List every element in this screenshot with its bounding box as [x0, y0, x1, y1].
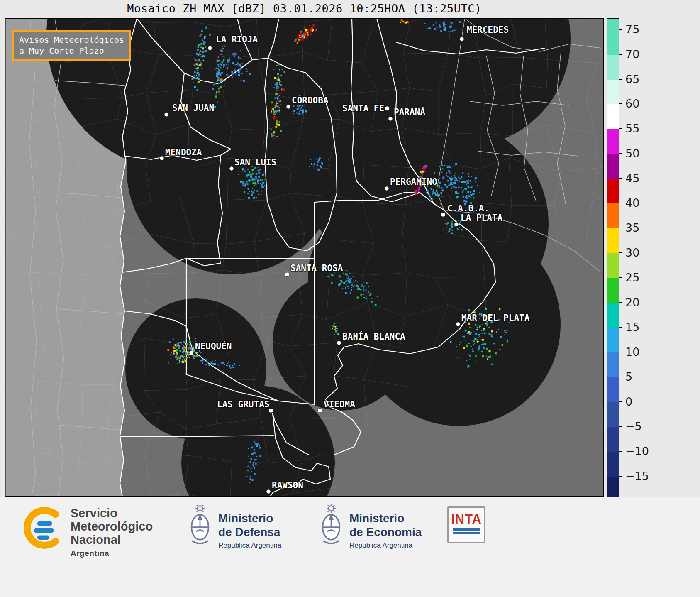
alert-line-2: a Muy Corto Plazo — [19, 45, 124, 56]
colorbar-segment — [607, 452, 619, 477]
city-label: SAN LUIS — [234, 157, 276, 167]
city-label: MAR DEL PLATA — [461, 313, 530, 323]
colorbar-tickmark — [619, 228, 622, 228]
colorbar-tick-label: 20 — [625, 296, 656, 309]
city-label: SANTA ROSA — [290, 263, 343, 273]
colorbar-tickmark — [619, 79, 622, 80]
colorbar-tick-label: 10 — [625, 346, 656, 358]
colorbar-tick-label: 15 — [625, 321, 656, 333]
smn-name-line: Meteorológico — [71, 520, 153, 533]
radar-map-image: LA RIOJAMERCEDESSAN JUANCÓRDOBASANTA FEP… — [5, 18, 604, 497]
colorbar-tickmark — [619, 352, 622, 352]
city-label: NEUQUÉN — [195, 341, 232, 351]
colorbar-segment — [607, 228, 619, 253]
city-label: RAWSON — [272, 480, 303, 490]
colorbar-tickmark — [619, 103, 622, 104]
city-dot — [160, 156, 164, 160]
colorbar-tickmark — [619, 327, 622, 328]
smn-logo — [22, 506, 65, 549]
inta-label: INTA — [449, 512, 484, 527]
page-title: Mosaico ZH MAX [dBZ] 03.01.2026 10:25HOA… — [5, 2, 604, 15]
city-label: PARANÁ — [394, 107, 425, 117]
coat-of-arms-icon — [188, 503, 212, 549]
city-dot — [454, 222, 459, 226]
colorbar-tick-label: −5 — [625, 420, 656, 433]
city-label: MERCEDES — [467, 25, 509, 35]
colorbar-tick-label: 75 — [625, 23, 656, 36]
colorbar-tickmark — [619, 277, 622, 278]
colorbar-tick-label: 70 — [625, 48, 656, 61]
colorbar-segment — [607, 19, 619, 55]
colorbar-tickmark — [619, 426, 622, 427]
colorbar-segment — [607, 427, 619, 452]
colorbar-scale — [607, 18, 619, 497]
colorbar-tick-label: 45 — [625, 172, 656, 185]
colorbar-tick-label: 0 — [625, 396, 656, 408]
colorbar-segment — [607, 278, 619, 303]
colorbar-tickmark — [619, 401, 622, 402]
colorbar-segment — [607, 179, 619, 204]
colorbar-tick-label: 55 — [625, 122, 656, 135]
colorbar-tickmark — [619, 203, 622, 203]
colorbar-segment — [607, 104, 619, 129]
colorbar-tickmark — [619, 252, 622, 253]
radar-map: LA RIOJAMERCEDESSAN JUANCÓRDOBASANTA FEP… — [5, 18, 604, 497]
ministry-economia: Ministerio de Economía República Argenti… — [349, 511, 422, 550]
colorbar-tick-label: 40 — [625, 197, 656, 209]
colorbar-tick-label: 25 — [625, 272, 656, 284]
colorbar-tick-label: 50 — [625, 147, 656, 160]
city-dot — [385, 106, 389, 110]
colorbar-tickmark — [619, 178, 622, 179]
city-dot — [441, 213, 445, 217]
city-label: BAHÍA BLANCA — [342, 331, 405, 342]
colorbar-tick-label: 30 — [625, 247, 656, 259]
city-dot — [318, 409, 322, 413]
city-dot — [337, 341, 341, 345]
colorbar-tick-label: −15 — [625, 470, 656, 482]
inta-logo: INTA — [447, 506, 485, 543]
footer: Servicio Meteorológico Nacional Argentin… — [0, 497, 700, 597]
colorbar-tick-label: 5 — [625, 371, 656, 383]
smn-country: Argentina — [71, 549, 153, 558]
colorbar-segment — [607, 352, 619, 377]
city-dot — [208, 46, 212, 50]
city-label: VIEDMA — [324, 399, 355, 409]
ministry-defensa: Ministerio de Defensa República Argentin… — [218, 511, 281, 550]
colorbar-tick-label: 35 — [625, 222, 656, 234]
colorbar-tick-label: 60 — [625, 98, 656, 110]
alert-box: Avisos Meteorológicos a Muy Corto Plazo — [12, 30, 131, 61]
ministry-sub: República Argentina — [218, 541, 281, 550]
city-label: CÓRDOBA — [292, 95, 329, 105]
colorbar-tick-label: 65 — [625, 73, 656, 86]
colorbar-tickmark — [619, 302, 622, 303]
city-label: SANTA FE — [342, 103, 384, 113]
colorbar-segment — [607, 154, 619, 179]
smn-name: Servicio Meteorológico Nacional Argentin… — [71, 506, 153, 558]
city-label: SAN JUAN — [172, 103, 214, 113]
city-label: PERGAMINO — [390, 177, 437, 187]
colorbar-tickmark — [619, 476, 622, 477]
city-dot — [229, 166, 234, 171]
inta-stripe — [453, 528, 480, 531]
colorbar-segment — [607, 80, 619, 105]
city-dot — [385, 186, 389, 191]
colorbar-tickmark — [619, 29, 622, 30]
city-dot — [286, 105, 290, 109]
city-dot — [456, 322, 460, 326]
colorbar-segment — [607, 203, 619, 228]
colorbar-tickmark — [619, 128, 622, 129]
ministry-sub: República Argentina — [349, 541, 422, 550]
colorbar-segment — [607, 55, 619, 80]
city-marker: SANTA FE — [342, 103, 389, 113]
city-dot — [266, 489, 271, 494]
smn-name-line: Nacional — [71, 533, 153, 546]
city-dot — [460, 37, 464, 41]
colorbar-segment — [607, 328, 619, 352]
colorbar-tick-label: −10 — [625, 445, 656, 458]
smn-name-line: Servicio — [71, 506, 153, 520]
city-dot — [285, 272, 289, 276]
ministry-dept: de Economía — [349, 525, 422, 539]
city-dot — [164, 113, 168, 117]
colorbar-segment — [607, 129, 619, 154]
inta-stripe — [453, 532, 480, 534]
